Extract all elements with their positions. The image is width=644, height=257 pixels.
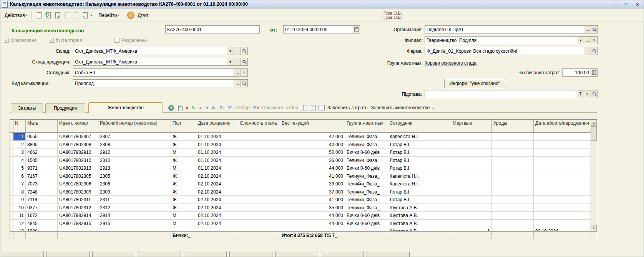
output-list-icon[interactable] — [319, 105, 325, 110]
ellipsis-icon[interactable]: … — [584, 37, 591, 44]
table-cell[interactable]: UA8017982912 — [58, 149, 98, 156]
product-warehouse-field[interactable]: Скл_Дзигівка_МТФ_Америка ▾ … — [73, 58, 248, 66]
post-document-button[interactable]: ↻ — [44, 12, 52, 19]
chevron-down-icon[interactable]: ▾ — [91, 13, 92, 17]
table-cell[interactable] — [492, 196, 534, 204]
table-cell[interactable]: 4662 — [26, 149, 58, 156]
cropped-bottom-button[interactable] — [1, 251, 44, 257]
table-cell[interactable]: Ж — [171, 180, 196, 188]
table-cell[interactable]: 01.10.2024 — [196, 141, 238, 149]
table-cell[interactable] — [534, 180, 591, 188]
table-cell[interactable]: 6 — [13, 172, 26, 180]
table-cell[interactable] — [451, 149, 492, 156]
table-cell[interactable]: 02.10.2024 — [196, 212, 238, 219]
table-cell[interactable] — [492, 220, 534, 227]
search-icon[interactable] — [241, 58, 247, 65]
table-cell[interactable]: Лотар В.І. — [388, 196, 451, 204]
scroll-up-icon[interactable]: ▲ — [591, 120, 597, 126]
column-header[interactable]: Вес текущий — [280, 120, 345, 132]
table-cell[interactable]: Телички_Фаза_ — [345, 141, 388, 149]
table-cell[interactable]: 37.000 — [280, 188, 345, 196]
search-icon[interactable] — [591, 26, 598, 33]
filter-icon[interactable] — [227, 105, 234, 110]
column-header[interactable]: Уроды — [492, 120, 534, 132]
table-cell[interactable]: 4 — [13, 157, 26, 164]
table-cell[interactable]: UA8017802310 — [58, 157, 98, 164]
table-cell[interactable] — [492, 164, 534, 172]
table-cell[interactable]: Телички_Фаза_ — [345, 180, 388, 188]
table-cell[interactable] — [238, 196, 280, 204]
table-cell[interactable] — [238, 141, 280, 149]
table-cell[interactable] — [451, 157, 492, 164]
table-cell[interactable] — [238, 149, 280, 156]
cropped-bottom-button[interactable] — [138, 251, 181, 257]
table-cell[interactable] — [534, 172, 591, 180]
table-cell[interactable] — [492, 149, 534, 156]
search-icon[interactable] — [241, 47, 247, 55]
separated-checkbox[interactable]: Разделенны_ — [115, 37, 150, 43]
cropped-bottom-button[interactable] — [229, 251, 272, 257]
table-cell[interactable]: Ж — [171, 172, 196, 180]
table-cell[interactable] — [280, 227, 345, 231]
table-cell[interactable] — [451, 196, 492, 204]
table-cell[interactable]: М — [171, 164, 196, 172]
column-header[interactable]: Группа животных — [345, 120, 388, 132]
table-cell[interactable]: 2914 — [98, 212, 171, 219]
table-cell[interactable]: 02.10.2024 — [196, 188, 238, 196]
table-cell[interactable]: 2915 — [98, 220, 171, 227]
table-cell[interactable]: 5 — [13, 164, 26, 172]
sort-ascending-icon[interactable]: А↓ — [212, 105, 217, 110]
table-cell[interactable]: 7248 — [26, 188, 58, 196]
table-cell[interactable]: 2307 — [98, 133, 171, 140]
maximize-button[interactable]: □ — [623, 1, 630, 7]
table-cell[interactable] — [451, 212, 492, 219]
table-cell[interactable] — [196, 227, 238, 231]
table-cell[interactable]: UA8017802306 — [58, 180, 98, 188]
ellipsis-icon[interactable]: … — [584, 26, 591, 33]
chevron-down-icon[interactable]: ▾ — [227, 58, 234, 65]
table-cell[interactable]: 02.10.2024 — [196, 180, 238, 188]
table-cell[interactable]: 2312 — [98, 204, 171, 212]
table-cell[interactable]: 39.000 — [280, 180, 345, 188]
table-cell[interactable]: Бички 0-60 днів — [345, 220, 388, 227]
table-cell[interactable]: 42.000 — [280, 133, 345, 140]
table-cell[interactable]: 2912 — [98, 149, 171, 156]
table-cell[interactable]: 01.10.2024 — [196, 157, 238, 164]
table-cell[interactable] — [492, 204, 534, 212]
tab-livestock[interactable]: Животноводство — [88, 102, 163, 113]
table-cell[interactable]: 02.10.2024 — [534, 227, 591, 231]
table-cell[interactable]: 3 — [13, 149, 26, 156]
tab-products[interactable]: Продукция — [45, 103, 85, 113]
table-cell[interactable]: Телички_Фаза_ — [345, 172, 388, 180]
table-cell[interactable] — [58, 227, 98, 231]
organization-field[interactable]: Поділля ПК ПрАТ … — [425, 25, 598, 33]
table-cell[interactable]: 1505 — [26, 157, 58, 164]
table-cell[interactable]: 44.000 — [280, 164, 345, 172]
operational-checkbox[interactable]: ✓ Оперативно — [4, 37, 37, 43]
table-cell[interactable]: Капеліста Н.І. — [388, 133, 451, 140]
close-button[interactable]: × — [634, 1, 641, 7]
column-header[interactable]: Сложность отела — [238, 120, 280, 132]
farm-field[interactable]: Ф_Дзигів_01_Корови Осн стадо сухостійні … — [425, 47, 598, 55]
move-down-disabled-button[interactable]: ↓ — [63, 12, 70, 19]
copy-new-button[interactable]: + — [53, 12, 61, 19]
search-icon[interactable] — [241, 80, 247, 87]
clear-icon[interactable]: × — [241, 69, 247, 76]
output-button[interactable]: → — [81, 12, 89, 19]
table-cell[interactable]: Ж — [171, 133, 196, 140]
table-cell[interactable] — [451, 204, 492, 212]
table-cell[interactable] — [492, 180, 534, 188]
cropped-bottom-button[interactable] — [184, 251, 227, 257]
scroll-down-icon[interactable]: ▼ — [591, 225, 597, 231]
table-cell[interactable]: Ж — [171, 204, 196, 212]
column-header[interactable]: Рабочий номер (животное) — [98, 120, 171, 132]
table-cell[interactable] — [451, 141, 492, 149]
table-cell[interactable]: 50.000 — [280, 149, 345, 156]
table-cell[interactable] — [534, 157, 591, 164]
table-cell[interactable]: Шустова А.В. — [388, 220, 451, 227]
actions-menu-button[interactable]: Действия ▾ — [3, 11, 30, 20]
column-header[interactable]: N — [13, 120, 26, 132]
table-cell[interactable]: Телички_Фаза_ — [345, 133, 388, 140]
column-header[interactable]: Идент. номер — [58, 120, 98, 132]
table-cell[interactable]: Лотар В.І. — [388, 149, 451, 156]
